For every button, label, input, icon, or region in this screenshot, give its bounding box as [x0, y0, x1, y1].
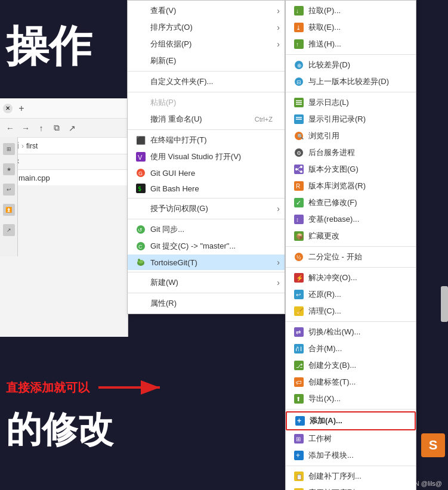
svg-text:⤓: ⤓	[296, 24, 301, 31]
menu-item-export[interactable]: ⬆ 导出(X)...	[286, 390, 416, 407]
menu-item-stash[interactable]: 📦 贮藏更改	[286, 228, 416, 244]
side-nav: ⊞ ★ ↩ ⏫ ↗	[0, 137, 18, 256]
resolve-icon: ⚡	[293, 273, 305, 283]
menu-item-new[interactable]: 新建(W)	[128, 274, 285, 291]
side-nav-item-3[interactable]: ↩	[3, 184, 15, 196]
menu-item-repobrowser[interactable]: 🔍 浏览引用	[286, 128, 416, 144]
menu-item-permissions[interactable]: 授予访问权限(G)	[128, 200, 285, 217]
menu-item-diffprev[interactable]: ⊟ 与上一版本比较差异(D)	[286, 73, 416, 90]
svg-text:↑: ↑	[296, 41, 299, 48]
menu-item-paste[interactable]: 粘贴(P)	[128, 94, 285, 111]
menu-item-merge[interactable]: ⛙ 合并(M)...	[286, 340, 416, 357]
menu-item-submodule[interactable]: + 添加子模块...	[286, 447, 416, 464]
menu-item-undo[interactable]: 撤消 重命名(U) Ctrl+Z	[128, 111, 285, 128]
rsep4	[286, 267, 416, 268]
svg-text:⬆: ⬆	[296, 396, 301, 402]
menu-item-check[interactable]: ✓ 检查已修改(F)	[286, 194, 416, 211]
menu-item-revert[interactable]: ↩ 还原(R)...	[286, 286, 416, 303]
menu-item-pull[interactable]: ↓ 拉取(P)...	[286, 2, 416, 19]
menu-item-revgraph[interactable]: 版本分支图(G)	[286, 161, 416, 178]
breadcrumb-first[interactable]: first	[26, 142, 38, 150]
menu-item-repobrow[interactable]: R 版本库浏览器(R)	[286, 178, 416, 194]
menu-item-diff[interactable]: ⊕ 比较差异(D)	[286, 57, 416, 73]
side-nav-item-4[interactable]: ⏫	[3, 204, 15, 216]
side-nav-item-2[interactable]: ★	[3, 163, 15, 175]
check-icon: ✓	[293, 198, 305, 207]
annotation-arrow	[95, 376, 167, 399]
menu-item-terminal[interactable]: ⬛ 在终端中打开(T)	[128, 132, 285, 148]
rsep2	[286, 92, 416, 92]
revert-icon: ↩	[293, 290, 305, 299]
menu-item-gitgui[interactable]: G Git GUI Here	[128, 165, 285, 181]
menu-item-view[interactable]: 查看(V)	[128, 2, 285, 19]
svg-text:+: +	[296, 451, 300, 460]
menu-item-customize[interactable]: 自定义文件夹(F)...	[128, 73, 285, 90]
s-logo: S	[421, 433, 445, 457]
menu-item-daemon[interactable]: ⚙ 后台服务进程	[286, 144, 416, 161]
menu-item-worktree[interactable]: ⊞ 工作树	[286, 430, 416, 447]
forward-icon[interactable]: →	[20, 123, 31, 134]
pull-icon: ↓	[293, 6, 305, 15]
side-nav-item-5[interactable]: ↗	[3, 224, 15, 236]
copy-icon[interactable]: ⧉	[51, 123, 62, 134]
svg-text:↓: ↓	[296, 8, 299, 14]
sep2	[128, 92, 285, 92]
share-icon[interactable]: ↗	[67, 123, 78, 134]
menu-item-vs[interactable]: V 使用 Visual Studio 打开(V)	[128, 148, 285, 165]
svg-text:⊞: ⊞	[296, 436, 301, 442]
terminal-icon: ⬛	[135, 136, 147, 145]
svg-text:+: +	[297, 417, 301, 425]
menu-item-gitsync[interactable]: ↺ Git 同步...	[128, 221, 285, 238]
sep4	[128, 198, 285, 199]
side-nav-item-1[interactable]: ⊞	[3, 143, 15, 155]
menu-item-resolve[interactable]: ⚡ 解决冲突(O)...	[286, 269, 416, 286]
menu-item-tortoise[interactable]: TortoiseGit(T)	[128, 255, 285, 270]
menu-item-log[interactable]: 显示日志(L)	[286, 94, 416, 111]
svg-text:🧹: 🧹	[296, 308, 304, 315]
svg-text:⛙: ⛙	[296, 346, 302, 352]
menu-item-push[interactable]: ↑ 推送(H)...	[286, 36, 416, 52]
back-icon[interactable]: ←	[5, 123, 16, 134]
diffprev-icon: ⊟	[293, 77, 305, 86]
sep1	[128, 71, 285, 72]
export-icon: ⬆	[293, 394, 305, 404]
up-icon[interactable]: ↑	[36, 123, 47, 134]
svg-text:⎇: ⎇	[296, 362, 303, 369]
menu-item-patch[interactable]: 📋 创建补丁序列...	[286, 468, 416, 485]
menu-item-bisect[interactable]: ½ 二分定位 - 开始	[286, 249, 416, 265]
svg-text:R: R	[296, 183, 300, 190]
rsep6	[286, 409, 416, 410]
menu-item-gitcommit[interactable]: C Git 提交(C) -> "master"...	[128, 238, 285, 255]
menu-item-clean[interactable]: 🧹 清理(C)...	[286, 303, 416, 320]
rebase-icon: ↕	[293, 215, 305, 224]
file-item[interactable]: 📄 main.cpp	[0, 170, 128, 185]
menu-item-fetch[interactable]: ⤓ 获取(E)...	[286, 19, 416, 36]
menu-item-reflog[interactable]: 显示引用记录(R)	[286, 111, 416, 128]
menu-item-tag[interactable]: 🏷 创建标签(T)...	[286, 374, 416, 390]
menu-item-rebase[interactable]: ↕ 变基(rebase)...	[286, 211, 416, 228]
scrollbar[interactable]	[441, 286, 448, 322]
branch-icon: ⎇	[293, 361, 305, 370]
tab-close-button[interactable]: ✕	[3, 104, 13, 113]
menu-item-refresh[interactable]: 刷新(E)	[128, 52, 285, 69]
menu-item-branch[interactable]: ⎇ 创建分支(B)...	[286, 357, 416, 374]
svg-text:⊟: ⊟	[296, 79, 301, 85]
menu-item-group[interactable]: 分组依据(P)	[128, 36, 285, 52]
bisect-icon: ½	[293, 252, 305, 262]
svg-text:🏷: 🏷	[296, 379, 302, 386]
tab-new-button[interactable]: +	[16, 103, 27, 114]
menu-item-applypatch[interactable]: 📝 应用补丁序列...	[286, 485, 416, 490]
menu-item-properties[interactable]: 属性(R)	[128, 295, 285, 312]
svg-point-12	[138, 259, 140, 261]
menu-item-sort[interactable]: 排序方式(O)	[128, 19, 285, 36]
menu-item-gitbash[interactable]: $ Git Bash Here	[128, 181, 285, 196]
menu-item-add[interactable]: + 添加(A)...	[286, 411, 416, 430]
log-icon	[293, 98, 305, 107]
annotation-text: 直接添加就可以	[6, 380, 89, 396]
add-icon: +	[294, 416, 306, 426]
explorer-toolbar: ← → ↑ ⧉ ↗	[0, 119, 128, 138]
svg-text:V: V	[138, 154, 143, 161]
menu-item-switch[interactable]: ⇄ 切换/检出(W)...	[286, 324, 416, 340]
bg-title: 操作	[6, 18, 92, 75]
daemon-icon: ⚙	[293, 148, 305, 157]
